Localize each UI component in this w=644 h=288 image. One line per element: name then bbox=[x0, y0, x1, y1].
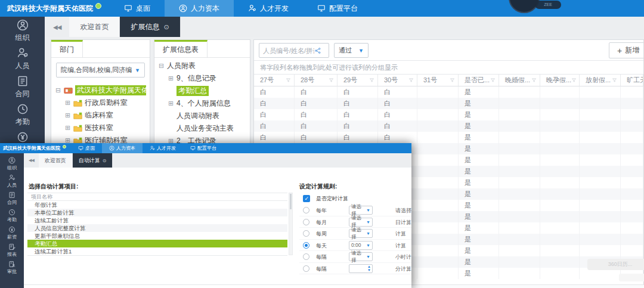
rule-radio[interactable] bbox=[303, 219, 309, 225]
tree-node[interactable]: ⊞ 临床科室 bbox=[64, 109, 146, 122]
calc-item-row[interactable]: 人员信息完整度计算 bbox=[27, 224, 287, 232]
expand-node-icon[interactable]: ⊟ bbox=[158, 62, 165, 70]
expand-node-icon[interactable]: ⊞ bbox=[64, 99, 71, 107]
expand-node-icon[interactable]: ⊞ bbox=[64, 124, 71, 132]
tab-auto-calc[interactable]: 自动计算 ⊙ bbox=[73, 153, 113, 168]
nav-item-human-capital[interactable]: 人力资本 bbox=[102, 143, 143, 153]
person-search-input[interactable] bbox=[259, 47, 314, 54]
collapse-node-icon[interactable]: ⊟ bbox=[55, 86, 61, 94]
calc-item-row[interactable]: 考勤汇总 bbox=[27, 240, 287, 247]
calc-item-row[interactable]: 连续工龄计算 bbox=[27, 216, 287, 224]
group-by-hint[interactable]: 将字段列名称拖拽到此处可进行该列的分组显示 bbox=[254, 60, 643, 75]
column-header[interactable]: 27号 bbox=[254, 75, 295, 86]
rule-spinner[interactable]: ▲▼ bbox=[349, 264, 373, 273]
sidebar-item-contract[interactable]: 合同 bbox=[0, 73, 45, 101]
floating-plugin-label[interactable]: ZEE bbox=[535, 1, 561, 9]
rule-radio[interactable] bbox=[303, 242, 309, 249]
scrollbar-thumb[interactable] bbox=[290, 194, 292, 209]
tree-node[interactable]: ⊞ 行政后勤科室 bbox=[64, 97, 146, 109]
filter-funnel-icon[interactable] bbox=[490, 78, 496, 83]
table-row[interactable]: 白 白 白 白 是 bbox=[254, 132, 643, 143]
table-row[interactable]: 白 白 白 白 是 bbox=[254, 120, 643, 132]
rule-radio[interactable] bbox=[303, 230, 309, 237]
tree-node-root[interactable]: ⊟ 武汉科技大学附属天佑医院 bbox=[55, 84, 146, 97]
collapse-tabs-icon[interactable]: ◀◀ bbox=[24, 153, 39, 168]
pass-filter-dropdown[interactable]: 通过 ▼ bbox=[334, 43, 369, 58]
column-header[interactable]: 29号 bbox=[338, 75, 378, 86]
tree-node[interactable]: ⊟ 人员附表 bbox=[158, 60, 246, 72]
column-header[interactable]: 放射假... bbox=[580, 75, 621, 86]
tab-welcome[interactable]: 欢迎首页 bbox=[39, 153, 73, 168]
column-header[interactable]: 晚婚假... bbox=[499, 75, 540, 86]
expand-node-icon[interactable]: ⊞ bbox=[64, 112, 71, 119]
nav-item-config-platform[interactable]: 配置平台 bbox=[303, 0, 372, 17]
sidebar-item-attendance[interactable]: 考勤 bbox=[0, 101, 45, 129]
sidebar-item-salary[interactable]: 薪资 bbox=[0, 224, 24, 241]
rule-select[interactable]: 0:00 ▼ bbox=[349, 241, 373, 250]
nav-item-config-platform[interactable]: 配置平台 bbox=[183, 143, 224, 153]
filter-funnel-icon[interactable] bbox=[450, 78, 455, 83]
filter-funnel-icon[interactable] bbox=[329, 78, 334, 83]
timed-calc-checkbox[interactable] bbox=[303, 195, 310, 202]
rule-select[interactable]: 请选择 ▼ bbox=[349, 218, 373, 227]
sidebar-item-organization[interactable]: 组织 bbox=[0, 17, 45, 45]
table-row[interactable]: 白 白 白 白 是 bbox=[254, 86, 643, 98]
calc-item-row[interactable]: 本单位工龄计算 bbox=[27, 209, 287, 216]
rule-radio[interactable] bbox=[303, 265, 309, 272]
add-button[interactable]: + 新增 bbox=[609, 42, 644, 58]
sidebar-item-personnel[interactable]: 人员 bbox=[0, 45, 45, 73]
filter-funnel-icon[interactable] bbox=[531, 78, 537, 83]
nav-item-human-capital[interactable]: 人力资本 bbox=[165, 0, 234, 17]
tree-node[interactable]: 考勤汇总 bbox=[168, 85, 246, 97]
sidebar-item-approval[interactable]: 审批 bbox=[0, 259, 24, 276]
staff-type-dropdown[interactable]: 院编,合同制,校编,同济编 ▼ bbox=[56, 63, 145, 78]
share-icon[interactable] bbox=[314, 47, 321, 54]
list-column-header[interactable]: 项目名称 bbox=[27, 193, 287, 201]
calc-item-row[interactable]: 更新干部兼职信息 bbox=[27, 232, 287, 240]
column-header[interactable]: 31号 bbox=[417, 75, 459, 86]
tab-extended-info[interactable]: 扩展信息 ⊙ bbox=[120, 17, 180, 37]
filter-funnel-icon[interactable] bbox=[571, 78, 577, 83]
sidebar-item-personnel[interactable]: 人员 bbox=[0, 172, 24, 190]
calc-item-row[interactable]: 连续工龄计算1 bbox=[27, 247, 287, 255]
nav-item-desktop[interactable]: 桌面 bbox=[71, 143, 102, 153]
rule-select[interactable]: 请选择 ▼ bbox=[349, 206, 373, 215]
tree-node[interactable]: ⊞ 9、信息记录 bbox=[168, 72, 246, 85]
tab-welcome[interactable]: 欢迎首页 bbox=[69, 17, 120, 37]
tree-node[interactable]: ⊞ 4、个人附属信息 bbox=[168, 97, 246, 110]
tree-node[interactable]: ⊞ 医技科室 bbox=[64, 122, 146, 134]
tab-extended-info-table[interactable]: 扩展信息表 bbox=[154, 40, 208, 57]
close-tab-icon[interactable]: ⊙ bbox=[163, 23, 169, 31]
expand-node-icon[interactable]: ⊞ bbox=[168, 100, 174, 107]
expand-node-icon[interactable]: ⊞ bbox=[168, 75, 174, 82]
rule-radio[interactable] bbox=[303, 253, 309, 260]
tab-department[interactable]: 部门 bbox=[51, 40, 83, 57]
nav-item-desktop[interactable]: 桌面 bbox=[110, 0, 165, 17]
tree-node[interactable]: 人员业务变动主表 bbox=[168, 122, 246, 135]
rule-radio[interactable] bbox=[303, 207, 309, 213]
sidebar-item-organization[interactable]: 组织 bbox=[0, 155, 24, 172]
column-header[interactable]: 30号 bbox=[378, 75, 417, 86]
filter-funnel-icon[interactable] bbox=[369, 78, 374, 83]
filter-funnel-icon[interactable] bbox=[612, 78, 617, 83]
sidebar-item-attendance[interactable]: 考勤 bbox=[0, 207, 24, 224]
spinner-arrows-icon[interactable]: ▲▼ bbox=[367, 265, 371, 272]
table-row[interactable]: 白 白 白 白 是 bbox=[254, 109, 643, 120]
nav-item-talent-development[interactable]: 人才开发 bbox=[234, 0, 303, 17]
table-row[interactable]: 白 白 白 白 是 bbox=[254, 98, 643, 109]
column-header[interactable]: 是否已... bbox=[459, 75, 499, 86]
filter-funnel-icon[interactable] bbox=[286, 78, 291, 83]
column-header[interactable]: 旷工天数 bbox=[621, 75, 643, 86]
tree-node[interactable]: 人员调动附表 bbox=[168, 110, 246, 122]
column-header[interactable]: 晚孕假... bbox=[540, 75, 580, 86]
close-tab-icon[interactable]: ⊙ bbox=[103, 158, 107, 163]
column-header[interactable]: 28号 bbox=[295, 75, 338, 86]
filter-funnel-icon[interactable] bbox=[408, 78, 414, 83]
list-scrollbar[interactable] bbox=[289, 193, 293, 255]
collapse-tabs-icon[interactable]: ◀◀ bbox=[45, 17, 69, 37]
calc-item-row[interactable]: 年假计算 bbox=[27, 201, 287, 209]
rule-select[interactable]: 请选择 ▼ bbox=[349, 252, 373, 261]
sidebar-item-contract[interactable]: 合同 bbox=[0, 190, 24, 207]
nav-item-talent-development[interactable]: 人才开发 bbox=[143, 143, 183, 153]
sidebar-item-reports[interactable]: 报表 bbox=[0, 241, 24, 259]
